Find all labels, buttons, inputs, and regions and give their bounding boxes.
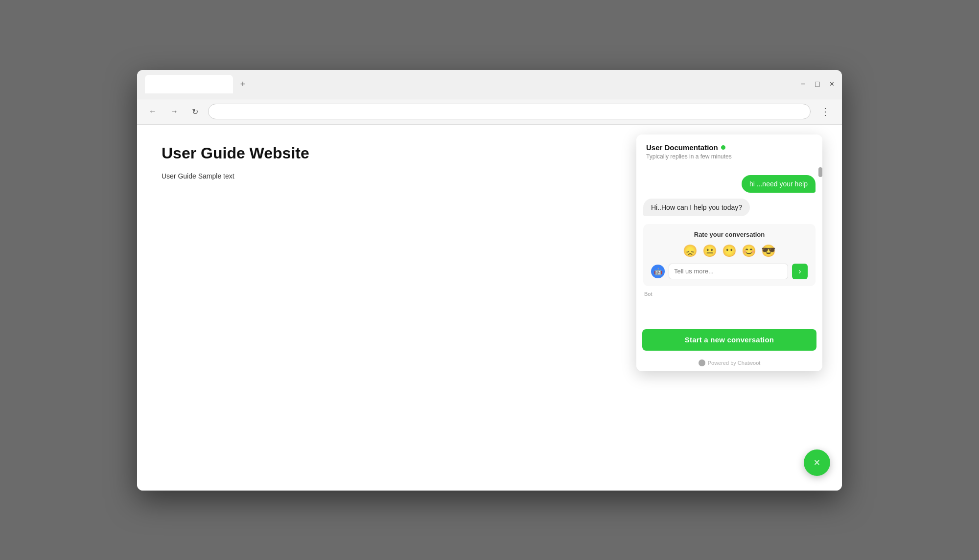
emoji-1[interactable]: 😞 [683, 244, 698, 258]
outgoing-bubble: hi ...need your help [742, 175, 816, 193]
forward-button[interactable]: → [166, 105, 182, 118]
rating-emojis: 😞 😐 😶 😊 😎 [651, 244, 808, 258]
reply-time: Typically replies in a few minutes [646, 153, 813, 160]
bot-avatar-icon: 🤖 [651, 265, 665, 278]
chat-widget: User Documentation Typically replies in … [636, 134, 822, 371]
browser-window: + − □ × ← → ↻ ⋮ User Guide Website User … [137, 70, 842, 491]
chat-cta-area: Start a new conversation [636, 324, 822, 356]
address-bar[interactable] [208, 104, 811, 119]
rating-input-row: 🤖 › [651, 264, 808, 279]
rating-title: Rate your conversation [651, 231, 808, 238]
scroll-indicator [818, 167, 822, 177]
minimize-button[interactable]: − [801, 80, 805, 88]
rating-text-input[interactable] [669, 264, 788, 279]
refresh-button[interactable]: ↻ [188, 105, 202, 118]
chat-footer: Powered by Chatwoot [636, 356, 822, 371]
chat-header: User Documentation Typically replies in … [636, 134, 822, 167]
emoji-5[interactable]: 😎 [761, 244, 776, 258]
agent-name-text: User Documentation [646, 143, 718, 152]
chat-messages-area: hi ...need your help Hi..How can I help … [636, 167, 822, 324]
maximize-button[interactable]: □ [815, 80, 820, 88]
powered-by-text: Powered by Chatwoot [708, 360, 761, 366]
message-outgoing: hi ...need your help [643, 175, 816, 193]
rating-card: Rate your conversation 😞 😐 😶 😊 😎 🤖 › [643, 224, 816, 286]
incoming-bubble: Hi..How can I help you today? [643, 199, 750, 216]
window-controls: − □ × [801, 80, 834, 88]
rating-send-button[interactable]: › [792, 264, 808, 279]
new-tab-button[interactable]: + [235, 76, 251, 92]
emoji-2[interactable]: 😐 [702, 244, 717, 258]
chatwoot-logo-icon [699, 359, 705, 366]
title-bar: + − □ × [137, 70, 842, 99]
emoji-3[interactable]: 😶 [722, 244, 737, 258]
chat-close-float-button[interactable]: × [804, 449, 830, 476]
page-content: User Guide Website User Guide Sample tex… [137, 125, 842, 491]
back-button[interactable]: ← [145, 105, 161, 118]
emoji-4[interactable]: 😊 [742, 244, 756, 258]
navigation-bar: ← → ↻ ⋮ [137, 99, 842, 125]
active-tab[interactable] [145, 75, 233, 93]
close-button[interactable]: × [830, 80, 834, 88]
tab-area: + [145, 75, 797, 93]
message-incoming: Hi..How can I help you today? [643, 199, 816, 216]
bot-label: Bot [643, 291, 816, 297]
browser-menu-button[interactable]: ⋮ [816, 104, 834, 119]
agent-name: User Documentation [646, 143, 813, 152]
online-indicator [721, 145, 725, 150]
start-conversation-button[interactable]: Start a new conversation [642, 329, 816, 351]
